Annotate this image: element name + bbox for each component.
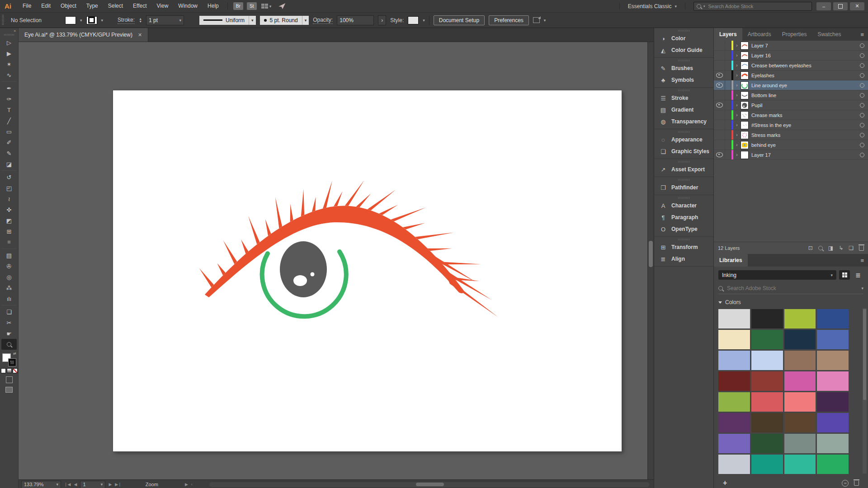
- visibility-toggle[interactable]: [714, 90, 725, 100]
- layer-name[interactable]: Stress marks: [751, 132, 856, 138]
- column-graph-tool[interactable]: ılı: [1, 293, 17, 304]
- add-content-icon[interactable]: +: [723, 479, 727, 487]
- panel-button-asset-export[interactable]: ↗Asset Export: [654, 164, 713, 175]
- locate-object-icon[interactable]: [818, 246, 823, 250]
- next-artboard-icon[interactable]: ▶: [108, 482, 112, 487]
- menu-select[interactable]: Select: [103, 0, 128, 12]
- screen-mode-button[interactable]: [5, 387, 13, 393]
- zoom-tool[interactable]: [1, 339, 17, 350]
- panel-button-appearance[interactable]: ◌Appearance: [654, 134, 713, 145]
- blend-tool[interactable]: ◎: [1, 272, 17, 282]
- panel-button-transform[interactable]: ⊞Transform: [654, 241, 713, 253]
- visibility-toggle[interactable]: [714, 150, 725, 160]
- vertical-scrollbar[interactable]: [647, 42, 654, 479]
- chevron-down-icon[interactable]: ▾: [544, 18, 546, 23]
- panel-group-grip[interactable]: [678, 131, 690, 133]
- color-swatch[interactable]: [751, 330, 783, 349]
- panel-group-grip[interactable]: [678, 30, 690, 32]
- lock-toggle[interactable]: [725, 51, 731, 60]
- layer-name[interactable]: #Stress in the eye: [751, 122, 856, 128]
- stock-search-box[interactable]: ▾: [693, 2, 812, 11]
- close-tab-icon[interactable]: ✕: [138, 32, 142, 38]
- panel-button-color-guide[interactable]: ◭Color Guide: [654, 44, 713, 56]
- layer-target-icon[interactable]: [856, 123, 868, 127]
- graphic-style-swatch[interactable]: [408, 16, 419, 24]
- layer-target-icon[interactable]: [856, 43, 868, 48]
- panel-menu-icon[interactable]: ≡: [860, 254, 868, 267]
- vertical-scrollbar-thumb[interactable]: [649, 241, 653, 267]
- panel-group-grip[interactable]: [678, 239, 690, 240]
- panel-button-align[interactable]: ≣Align: [654, 253, 713, 265]
- layer-name[interactable]: Bottom line: [751, 93, 856, 98]
- panel-menu-icon[interactable]: ≡: [860, 28, 868, 41]
- panel-button-gradient[interactable]: ▤Gradient: [654, 104, 713, 116]
- panel-group-grip[interactable]: [678, 179, 690, 181]
- color-swatch[interactable]: [718, 434, 750, 453]
- slice-tool[interactable]: ✂: [1, 317, 17, 328]
- previous-artboard-icon[interactable]: ◀: [74, 482, 77, 487]
- expand-layer-icon[interactable]: ›: [733, 63, 741, 68]
- puppet-warp-tool[interactable]: ✜: [1, 204, 17, 215]
- tab-artboards[interactable]: Artboards: [742, 28, 777, 41]
- stroke-weight-label[interactable]: Stroke:: [118, 17, 135, 24]
- artboard[interactable]: [113, 90, 622, 451]
- expand-layer-icon[interactable]: ›: [733, 93, 741, 98]
- visibility-toggle[interactable]: [714, 70, 725, 80]
- expand-layer-icon[interactable]: ›: [733, 103, 741, 108]
- visibility-toggle[interactable]: [714, 100, 725, 110]
- menu-object[interactable]: Object: [56, 0, 81, 12]
- layer-row[interactable]: ›Eyelashes: [714, 70, 868, 80]
- lock-toggle[interactable]: [725, 140, 731, 150]
- visibility-toggle[interactable]: [714, 41, 725, 50]
- hand-tool[interactable]: ☛: [1, 328, 17, 339]
- layer-name[interactable]: Layer 7: [751, 43, 856, 48]
- color-swatch[interactable]: [751, 434, 783, 453]
- close-button[interactable]: ✕: [850, 2, 864, 10]
- layer-row[interactable]: ›Layer 7: [714, 41, 868, 51]
- curvature-tool[interactable]: ✑: [1, 94, 17, 104]
- menu-type[interactable]: Type: [81, 0, 103, 12]
- layer-target-icon[interactable]: [856, 93, 868, 98]
- panel-button-brushes[interactable]: ✎Brushes: [654, 62, 713, 74]
- color-button[interactable]: [1, 368, 6, 373]
- layer-target-icon[interactable]: [856, 53, 868, 58]
- color-swatch[interactable]: [784, 330, 816, 349]
- expand-layer-icon[interactable]: ›: [733, 152, 741, 157]
- library-search-box[interactable]: ▾: [718, 283, 863, 294]
- collapse-toolbar-button[interactable]: »: [0, 28, 18, 33]
- layer-name[interactable]: Eyelashes: [751, 73, 856, 78]
- stroke-weight-stepper[interactable]: ▲▼: [139, 18, 142, 23]
- color-swatch[interactable]: [784, 413, 816, 432]
- line-segment-tool[interactable]: ╱: [1, 115, 17, 126]
- shape-builder-tool[interactable]: ◩: [1, 215, 17, 226]
- status-display[interactable]: Zoom: [146, 482, 158, 487]
- layer-name[interactable]: behind eye: [751, 142, 856, 148]
- layer-target-icon[interactable]: [856, 143, 868, 147]
- color-swatch[interactable]: [817, 455, 849, 474]
- swap-fill-stroke-icon[interactable]: ⇄: [13, 352, 16, 356]
- lock-toggle[interactable]: [725, 41, 731, 50]
- color-swatch[interactable]: [718, 455, 750, 474]
- menu-help[interactable]: Help: [203, 0, 224, 12]
- share-icon[interactable]: [278, 3, 285, 9]
- layer-target-icon[interactable]: [856, 73, 868, 78]
- lasso-tool[interactable]: ∿: [1, 70, 17, 80]
- color-swatch[interactable]: [718, 413, 750, 432]
- gradient-tool[interactable]: ▤: [1, 250, 17, 261]
- expand-layer-icon[interactable]: ›: [733, 113, 741, 117]
- libraries-scrollbar[interactable]: [863, 308, 867, 474]
- new-sublayer-icon[interactable]: ↳: [839, 245, 843, 251]
- brush-definition-dropdown[interactable]: 5 pt. Round: [260, 16, 302, 25]
- lock-toggle[interactable]: [725, 70, 731, 80]
- layer-name[interactable]: Layer 17: [751, 152, 856, 158]
- delete-layer-icon[interactable]: [859, 246, 864, 251]
- chevron-down-icon[interactable]: ▾: [80, 18, 82, 23]
- color-swatch[interactable]: [751, 413, 783, 432]
- eyedropper-tool[interactable]: ✇: [1, 261, 17, 272]
- artboard-tool[interactable]: ❏: [1, 306, 17, 317]
- layer-name[interactable]: Pupil: [751, 103, 856, 108]
- menu-window[interactable]: Window: [173, 0, 203, 12]
- horizontal-scrollbar[interactable]: [209, 482, 649, 487]
- expand-layer-icon[interactable]: ›: [733, 122, 741, 127]
- chevron-down-icon[interactable]: ▾: [423, 18, 425, 23]
